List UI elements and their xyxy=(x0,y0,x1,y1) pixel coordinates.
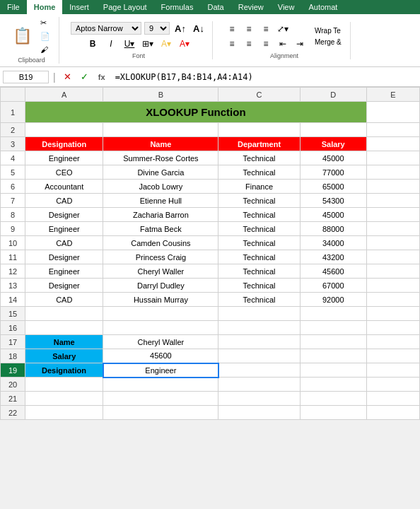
tab-page-layout[interactable]: Page Layout xyxy=(96,0,154,14)
row-num-7[interactable]: 7 xyxy=(1,194,25,208)
cell-e19[interactable] xyxy=(366,363,419,378)
cell-e4[interactable] xyxy=(366,151,419,165)
cell-d7[interactable]: 54300 xyxy=(300,194,366,208)
border-button[interactable]: ⊞▾ xyxy=(140,37,156,51)
cell-d13[interactable]: 67000 xyxy=(300,279,366,293)
cell-b9[interactable]: Fatma Beck xyxy=(103,222,218,236)
cell-a5[interactable]: CEO xyxy=(25,165,103,180)
lookup-name-value[interactable]: Cheryl Waller xyxy=(103,335,218,349)
cell-b5[interactable]: Divine Garcia xyxy=(103,165,218,180)
lookup-salary-value[interactable]: 45600 xyxy=(103,349,218,363)
cell-c8[interactable]: Technical xyxy=(218,208,300,222)
header-salary[interactable]: Salary xyxy=(300,137,366,151)
cell-e3[interactable] xyxy=(366,137,419,151)
cell-b6[interactable]: Jacob Lowry xyxy=(103,180,218,194)
indent-decrease-button[interactable]: ⇤ xyxy=(275,37,291,51)
cell-a13[interactable]: Designer xyxy=(25,279,103,293)
cell-d20[interactable] xyxy=(300,378,366,392)
cell-e12[interactable] xyxy=(366,264,419,279)
cell-e18[interactable] xyxy=(366,349,419,363)
header-designation[interactable]: Designation xyxy=(25,137,103,151)
cell-c16[interactable] xyxy=(218,321,300,335)
tab-home[interactable]: Home xyxy=(27,0,63,14)
cell-e10[interactable] xyxy=(366,236,419,250)
row-num-19[interactable]: 19 xyxy=(1,363,25,378)
align-top-left-button[interactable]: ≡ xyxy=(224,22,240,36)
row-num-18[interactable]: 18 xyxy=(1,349,25,363)
cell-e5[interactable] xyxy=(366,165,419,180)
tab-automate[interactable]: Automat xyxy=(301,0,344,14)
cell-c15[interactable] xyxy=(218,307,300,321)
confirm-formula-button[interactable]: ✓ xyxy=(77,70,93,84)
cell-d9[interactable]: 88000 xyxy=(300,222,366,236)
cell-b22[interactable] xyxy=(103,406,218,420)
align-center-button[interactable]: ≡ xyxy=(241,37,257,51)
cell-d8[interactable]: 45000 xyxy=(300,208,366,222)
col-header-d[interactable]: D xyxy=(300,88,366,102)
cell-a8[interactable]: Designer xyxy=(25,208,103,222)
row-num-12[interactable]: 12 xyxy=(1,264,25,279)
row-num-2[interactable]: 2 xyxy=(1,123,25,137)
row-num-15[interactable]: 15 xyxy=(1,307,25,321)
cell-d21[interactable] xyxy=(300,392,366,406)
cell-d22[interactable] xyxy=(300,406,366,420)
row-num-10[interactable]: 10 xyxy=(1,236,25,250)
cell-d19[interactable] xyxy=(300,363,366,378)
col-header-c[interactable]: C xyxy=(218,88,300,102)
cell-d10[interactable]: 34000 xyxy=(300,236,366,250)
cell-d18[interactable] xyxy=(300,349,366,363)
cell-d15[interactable] xyxy=(300,307,366,321)
orientation-button[interactable]: ⤢▾ xyxy=(275,22,291,36)
tab-insert[interactable]: Insert xyxy=(62,0,96,14)
cell-a14[interactable]: CAD xyxy=(25,293,103,307)
tab-file[interactable]: File xyxy=(0,0,27,14)
cell-c11[interactable]: Technical xyxy=(218,250,300,264)
cell-e6[interactable] xyxy=(366,180,419,194)
cell-d11[interactable]: 43200 xyxy=(300,250,366,264)
cell-c19[interactable] xyxy=(218,363,300,378)
lookup-designation-label[interactable]: Designation xyxy=(25,363,103,378)
cell-e22[interactable] xyxy=(366,406,419,420)
cell-c12[interactable]: Technical xyxy=(218,264,300,279)
row-num-8[interactable]: 8 xyxy=(1,208,25,222)
tab-review[interactable]: Review xyxy=(231,0,271,14)
cell-d16[interactable] xyxy=(300,321,366,335)
cell-d14[interactable]: 92000 xyxy=(300,293,366,307)
cell-b20[interactable] xyxy=(103,378,218,392)
cell-c17[interactable] xyxy=(218,335,300,349)
cell-b2[interactable] xyxy=(103,123,218,137)
row-num-11[interactable]: 11 xyxy=(1,250,25,264)
font-name-select[interactable]: Aptos Narrow xyxy=(71,22,141,35)
lookup-salary-label[interactable]: Salary xyxy=(25,349,103,363)
cell-b21[interactable] xyxy=(103,392,218,406)
row-num-14[interactable]: 14 xyxy=(1,293,25,307)
cell-c10[interactable]: Technical xyxy=(218,236,300,250)
cell-a7[interactable]: CAD xyxy=(25,194,103,208)
cell-d17[interactable] xyxy=(300,335,366,349)
cell-e15[interactable] xyxy=(366,307,419,321)
cell-a2[interactable] xyxy=(25,123,103,137)
cell-ref-input[interactable] xyxy=(3,71,49,83)
cell-c14[interactable]: Technical xyxy=(218,293,300,307)
insert-function-button[interactable]: fx xyxy=(94,70,110,84)
cell-a22[interactable] xyxy=(25,406,103,420)
row-num-6[interactable]: 6 xyxy=(1,180,25,194)
cell-e21[interactable] xyxy=(366,392,419,406)
cell-b10[interactable]: Camden Cousins xyxy=(103,236,218,250)
align-top-right-button[interactable]: ≡ xyxy=(258,22,274,36)
cell-a21[interactable] xyxy=(25,392,103,406)
lookup-name-label[interactable]: Name xyxy=(25,335,103,349)
cell-b11[interactable]: Princess Craig xyxy=(103,250,218,264)
formula-input[interactable] xyxy=(112,71,417,83)
cell-e7[interactable] xyxy=(366,194,419,208)
row-num-1[interactable]: 1 xyxy=(1,102,25,123)
cell-b7[interactable]: Etienne Hull xyxy=(103,194,218,208)
cell-b13[interactable]: Darryl Dudley xyxy=(103,279,218,293)
cell-e20[interactable] xyxy=(366,378,419,392)
header-department[interactable]: Department xyxy=(218,137,300,151)
row-num-4[interactable]: 4 xyxy=(1,151,25,165)
paste-button[interactable]: 📋 xyxy=(10,25,35,47)
cell-c5[interactable]: Technical xyxy=(218,165,300,180)
row-num-3[interactable]: 3 xyxy=(1,137,25,151)
header-name[interactable]: Name xyxy=(103,137,218,151)
